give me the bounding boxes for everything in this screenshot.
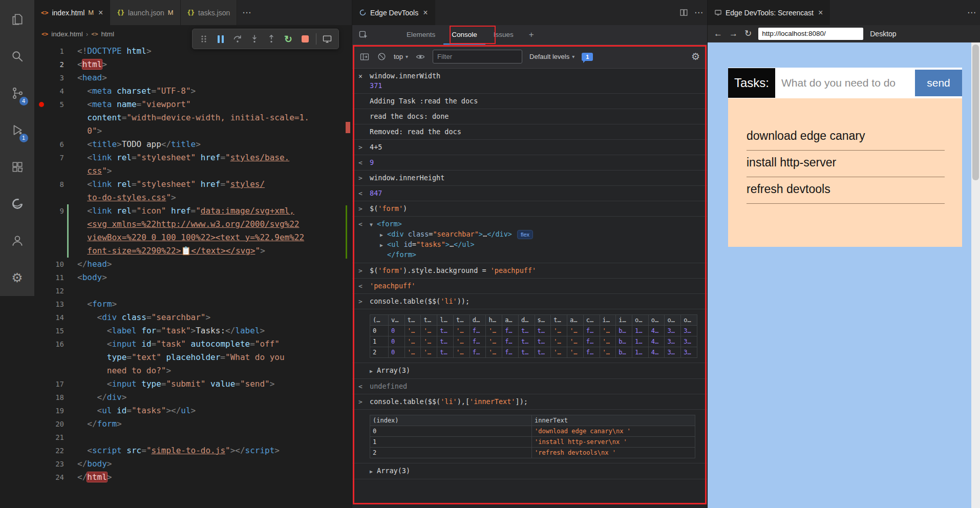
search-icon[interactable] xyxy=(5,42,30,71)
line-number: 13 xyxy=(55,300,64,308)
messages-count-badge[interactable]: 1 xyxy=(582,53,593,61)
breadcrumb-file[interactable]: index.html xyxy=(51,30,83,38)
tab-tasks-json[interactable]: {} tasks.json xyxy=(181,0,238,25)
code-token: script xyxy=(92,446,122,455)
expand-arrow-icon[interactable]: ▼ xyxy=(370,220,377,229)
code-editor[interactable]: 1<!DOCTYPE html>2<html>3<head>4 <meta ch… xyxy=(34,43,352,508)
expand-arrow-icon[interactable]: ▶ xyxy=(380,240,387,250)
refresh-icon[interactable]: ↻ xyxy=(744,29,752,38)
tab-issues[interactable]: Issues xyxy=(485,25,522,45)
console-text: > xyxy=(479,230,483,238)
stop-icon[interactable] xyxy=(299,32,311,46)
code-token: TODO app xyxy=(122,139,161,149)
table-cell: t… xyxy=(437,336,454,347)
task-input[interactable] xyxy=(775,69,915,97)
overview-ruler[interactable] xyxy=(345,43,352,508)
console-text: 'innerText' xyxy=(470,397,515,406)
flex-badge[interactable]: flex xyxy=(517,230,533,239)
console-text: ),[ xyxy=(457,397,470,406)
context-selector[interactable]: top ▾ xyxy=(394,53,408,60)
page-scrollbar[interactable] xyxy=(971,43,980,508)
code-token: "width=device-width, initial-scale=1. xyxy=(126,113,309,122)
table-cell: 3… xyxy=(665,336,681,347)
forward-icon[interactable]: → xyxy=(729,29,738,38)
code-token: "task" xyxy=(156,339,186,349)
code-line: to-do-styles.css"> xyxy=(34,191,352,204)
live-expression-eye-icon[interactable] xyxy=(415,52,425,62)
code-token: ul xyxy=(102,406,112,415)
close-icon[interactable]: × xyxy=(423,8,428,17)
code-line: 8 <link rel="stylesheet" href="styles/ xyxy=(34,178,352,191)
step-over-icon[interactable] xyxy=(231,32,244,46)
code-token: value xyxy=(205,379,235,389)
line-number: 22 xyxy=(55,447,64,455)
clear-console-icon[interactable] xyxy=(377,52,387,61)
back-icon[interactable]: ← xyxy=(714,29,722,38)
more-tabs-icon[interactable]: ⋯ xyxy=(237,0,256,25)
extensions-icon[interactable] xyxy=(5,153,30,181)
code-token: > xyxy=(117,419,122,429)
step-out-icon[interactable] xyxy=(265,32,278,46)
expand-arrow-icon[interactable]: ▶ xyxy=(370,467,377,476)
pause-icon[interactable] xyxy=(215,32,227,46)
send-button[interactable]: send xyxy=(915,70,962,96)
command-chevron-icon: > xyxy=(358,297,363,306)
add-tool-icon[interactable]: + xyxy=(522,25,541,45)
console-result: <'peachpuff' xyxy=(352,279,707,294)
emulation-mode-selector[interactable]: Desktop xyxy=(870,30,896,38)
inspect-tool-icon[interactable] xyxy=(358,25,369,45)
table-cell: '… xyxy=(551,347,567,358)
source-control-icon[interactable]: 4 xyxy=(5,79,30,108)
account-icon[interactable] xyxy=(5,226,30,255)
scrollbar-thumb[interactable] xyxy=(972,45,979,180)
live-expression-value: 371 xyxy=(370,81,382,90)
tab-edge-devtools[interactable]: Edge DevTools × xyxy=(352,0,435,25)
tab-launch-json[interactable]: {} launch.json M xyxy=(110,0,180,25)
tab-console[interactable]: Console xyxy=(443,25,485,45)
table-header-cell: t… xyxy=(404,315,421,326)
more-actions-icon[interactable]: ⋯ xyxy=(967,7,976,18)
live-expression: ✕window.innerWidth371 xyxy=(352,69,707,94)
close-icon[interactable]: × xyxy=(98,8,103,17)
log-levels-selector[interactable]: Default levels ▾ xyxy=(529,53,574,60)
code-token: > xyxy=(107,459,112,469)
table-cell: '… xyxy=(486,336,502,347)
split-editor-icon[interactable] xyxy=(679,8,688,17)
table-cell: '… xyxy=(453,347,470,358)
table-cell: '… xyxy=(567,326,584,336)
settings-gear-icon[interactable]: ⚙ xyxy=(5,263,30,292)
filter-input[interactable] xyxy=(433,50,522,64)
close-icon[interactable]: × xyxy=(818,8,823,17)
table-row: 0'download edge canary\nx ' xyxy=(370,426,695,437)
code-token: </ xyxy=(77,459,87,469)
more-actions-icon[interactable]: ⋯ xyxy=(694,7,703,18)
step-into-icon[interactable] xyxy=(248,32,261,46)
table-cell: 0 xyxy=(389,336,405,347)
code-token: meta xyxy=(92,86,112,96)
expand-arrow-icon[interactable]: ▶ xyxy=(380,230,387,240)
breadcrumb-symbol[interactable]: html xyxy=(101,30,115,38)
code-line: 10</head> xyxy=(34,258,352,271)
console-sidebar-icon[interactable] xyxy=(359,52,370,62)
tab-index-html[interactable]: <> index.html M × xyxy=(34,0,110,25)
code-token xyxy=(77,193,87,202)
code-token: = xyxy=(220,352,225,362)
expand-arrow-icon[interactable]: ▶ xyxy=(370,366,377,376)
tab-elements[interactable]: Elements xyxy=(398,25,443,45)
breakpoint-icon[interactable] xyxy=(39,102,44,107)
code-token: rel xyxy=(112,153,132,162)
line-number: 3 xyxy=(60,74,64,82)
screencast-toggle-icon[interactable] xyxy=(321,32,333,46)
tab-screencast[interactable]: Edge DevTools: Screencast × xyxy=(708,0,830,25)
array-preview-text: Array(3) xyxy=(377,467,410,475)
table-header-cell: a… xyxy=(567,315,584,326)
restart-icon[interactable]: ↻ xyxy=(282,32,294,46)
edge-devtools-icon[interactable] xyxy=(5,189,30,218)
explorer-icon[interactable] xyxy=(5,5,30,34)
drag-handle-icon[interactable] xyxy=(198,32,210,46)
remove-live-expression-icon[interactable]: ✕ xyxy=(358,71,363,81)
console-settings-gear-icon[interactable]: ⚙ xyxy=(691,51,700,62)
run-debug-icon[interactable]: 1 xyxy=(5,116,30,144)
url-input[interactable] xyxy=(758,28,863,40)
code-token: placeholder xyxy=(161,352,221,362)
